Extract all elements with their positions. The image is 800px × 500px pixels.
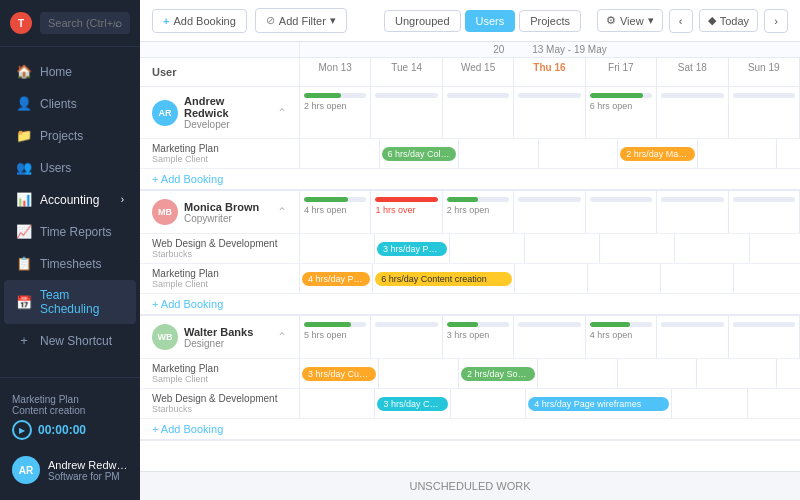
hours-cell-w6 (729, 316, 800, 358)
project-info-col: Web Design & Development Starbucks (140, 389, 300, 418)
booking-tag[interactable]: 2 hrs/day Marketing... (620, 147, 695, 161)
new-shortcut-icon: + (16, 333, 32, 348)
project-client: Sample Client (152, 154, 287, 164)
add-booking-button-monica[interactable]: + Add Booking (152, 298, 223, 310)
user-row-walter: WB Walter Banks Designer ⌃ 5 hrs open (140, 316, 800, 359)
project-cell-m14 (588, 264, 661, 293)
hours-cell-4: 6 hrs open (586, 87, 657, 138)
user-row-monica: MB Monica Brown Copywriter ⌃ 4 hrs open … (140, 191, 800, 234)
project-cell-1: 6 hrs/day Cold emails (380, 139, 460, 168)
user-detail-walter: Walter Banks Designer (184, 326, 253, 349)
day-name-2: Wed 15 (445, 62, 511, 73)
booking-tag[interactable]: 4 hrs/day PPC Adve... (302, 272, 370, 286)
week-label-row: 20 13 May - 19 May (140, 42, 800, 58)
add-booking-button[interactable]: + Add Booking (152, 9, 247, 33)
add-filter-button[interactable]: ⊘ Add Filter ▾ (255, 8, 347, 33)
booking-tag[interactable]: 3 hrs/day Customer... (302, 367, 376, 381)
clients-icon: 👤 (16, 96, 32, 111)
group-users[interactable]: Users (465, 10, 516, 32)
hours-cell-w1 (371, 316, 442, 358)
project-cell-w06 (777, 359, 800, 388)
booking-tag[interactable]: 4 hrs/day Page wireframes (528, 397, 669, 411)
sidebar-item-users[interactable]: 👥 Users (4, 152, 136, 183)
hours-cell-1 (371, 87, 442, 138)
project-cell-m02 (450, 234, 525, 263)
day-name-5: Sat 18 (659, 62, 725, 73)
add-booking-button-walter[interactable]: + Add Booking (152, 423, 223, 435)
avatar-monica: MB (152, 199, 178, 225)
toolbar-right: ⚙ View ▾ ‹ ◆ Today › (597, 9, 788, 33)
sidebar-item-label: Projects (40, 129, 83, 143)
add-booking-button-andrew[interactable]: + Add Booking (152, 173, 223, 185)
project-cell-w16 (748, 389, 800, 418)
sidebar-item-projects[interactable]: 📁 Projects (4, 120, 136, 151)
sidebar-item-team-scheduling[interactable]: 📅 Team Scheduling (4, 280, 136, 324)
sidebar-item-accounting[interactable]: 📊 Accounting › (4, 184, 136, 215)
sidebar-item-time-reports[interactable]: 📈 Time Reports (4, 216, 136, 247)
day-cols: Mon 13 Tue 14 Wed 15 Thu 16 Fri 17 Sat 1… (300, 58, 800, 86)
user-name-andrew: Andrew Redwick (184, 95, 271, 119)
user-info-col-walter: WB Walter Banks Designer ⌃ (140, 316, 300, 358)
project-row-monica-0: Web Design & Development Starbucks 3 hrs… (140, 234, 800, 264)
day-name-6: Sun 19 (731, 62, 797, 73)
project-cell-w00: 3 hrs/day Customer... (300, 359, 379, 388)
project-client: Sample Client (152, 279, 287, 289)
unscheduled-work-bar[interactable]: UNSCHEDULED WORK (140, 471, 800, 500)
plus-icon: + (163, 15, 169, 27)
add-booking-label: Add Booking (173, 15, 235, 27)
project-cell-5 (698, 139, 778, 168)
group-projects[interactable]: Projects (519, 10, 581, 32)
booking-tag[interactable]: 6 hrs/day Cold emails (382, 147, 457, 161)
day-col-0: Mon 13 (300, 58, 371, 86)
hours-cell-m2: 2 hrs open (443, 191, 514, 233)
prev-button[interactable]: ‹ (669, 9, 693, 33)
project-cell-w11: 3 hrs/day Color & Fonts... (375, 389, 450, 418)
projects-icon: 📁 (16, 128, 32, 143)
sidebar-item-home[interactable]: 🏠 Home (4, 56, 136, 87)
project-cell-m16 (734, 264, 800, 293)
hours-row-monica: 4 hrs open 1 hrs over 2 hrs open (300, 191, 800, 233)
project-client: Sample Client (152, 374, 287, 384)
project-name: Web Design & Development (152, 238, 287, 249)
project-name: Web Design & Development (152, 393, 287, 404)
sidebar-item-clients[interactable]: 👤 Clients (4, 88, 136, 119)
booking-tag[interactable]: 2 hrs/day Social me... (461, 367, 535, 381)
booking-tag[interactable]: 3 hrs/day Page cont... (377, 242, 447, 256)
collapse-icon-andrew[interactable]: ⌃ (277, 106, 287, 120)
booking-tag[interactable]: 6 hrs/day Content creation (375, 272, 511, 286)
time-reports-icon: 📈 (16, 224, 32, 239)
booking-tag[interactable]: 3 hrs/day Color & Fonts... (377, 397, 447, 411)
project-cell-3 (539, 139, 619, 168)
sidebar-item-timesheets[interactable]: 📋 Timesheets (4, 248, 136, 279)
collapse-icon-walter[interactable]: ⌃ (277, 330, 287, 344)
today-button[interactable]: ◆ Today (699, 9, 758, 32)
project-row-monica-1: Marketing Plan Sample Client 4 hrs/day P… (140, 264, 800, 294)
next-button[interactable]: › (764, 9, 788, 33)
view-chevron-icon: ▾ (648, 14, 654, 27)
collapse-icon-monica[interactable]: ⌃ (277, 205, 287, 219)
hours-cell-2 (443, 87, 514, 138)
user-info-col-monica: MB Monica Brown Copywriter ⌃ (140, 191, 300, 233)
calendar: 20 13 May - 19 May User Mon 13 Tue 14 We… (140, 42, 800, 471)
view-button[interactable]: ⚙ View ▾ (597, 9, 663, 32)
user-name-monica: Monica Brown (184, 201, 259, 213)
search-bar[interactable]: ⌕ (40, 12, 130, 34)
project-cell-m03 (525, 234, 600, 263)
user-profile[interactable]: AR Andrew Redwick Software for PM (8, 448, 132, 492)
hours-cell-m6 (729, 191, 800, 233)
hours-cell-0: 2 hrs open (300, 87, 371, 138)
project-cell-m00 (300, 234, 375, 263)
search-icon[interactable]: ⌕ (115, 16, 122, 30)
project-cell-m01: 3 hrs/day Page cont... (375, 234, 450, 263)
hours-cell-w5 (657, 316, 728, 358)
timer-play-button[interactable]: ▶ (12, 420, 32, 440)
sidebar: T ⌕ 🏠 Home 👤 Clients 📁 Projects 👥 Users … (0, 0, 140, 500)
timesheets-icon: 📋 (16, 256, 32, 271)
hours-cell-5 (657, 87, 728, 138)
sidebar-item-label: Time Reports (40, 225, 112, 239)
avatar-andrew: AR (152, 100, 178, 126)
search-input[interactable] (48, 17, 115, 29)
project-cell-w05 (697, 359, 776, 388)
group-ungrouped[interactable]: Ungrouped (384, 10, 460, 32)
sidebar-item-new-shortcut[interactable]: + New Shortcut (4, 325, 136, 356)
